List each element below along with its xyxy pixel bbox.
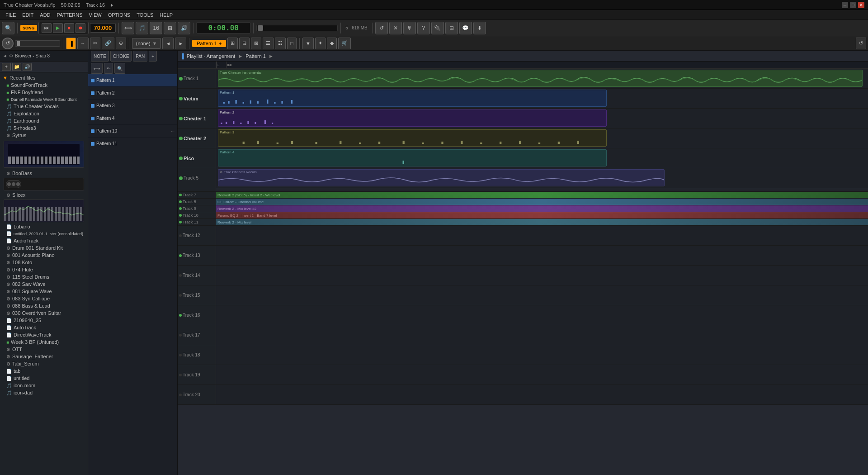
search-button[interactable]: 🔍 xyxy=(2,22,14,34)
sidebar-item-082saw[interactable]: ⚙ 082 Saw Wave xyxy=(0,280,88,288)
pattern-entry-10[interactable]: Pattern 10 ··· xyxy=(88,125,177,138)
sidebar-item-tabi[interactable]: 📄 tabi xyxy=(0,367,88,375)
mode-btn-4[interactable]: ⊞ xyxy=(164,22,176,34)
ch-choke-btn[interactable]: CHOKE xyxy=(110,51,132,62)
toolbar-settings[interactable]: ✕ xyxy=(389,22,402,34)
track-content-5[interactable]: ✕ True Cheater Vocals xyxy=(216,168,868,188)
playlist-tools-1[interactable]: ⊞ xyxy=(227,38,238,49)
toolbar-refresh[interactable]: ↺ xyxy=(375,22,388,34)
track-content-cheater2[interactable]: Pattern 3 xyxy=(216,128,868,148)
sidebar-item-lubario[interactable]: 📄 Lubario xyxy=(0,223,88,230)
track-content-20[interactable] xyxy=(216,385,868,404)
track-mute-11[interactable] xyxy=(179,221,182,223)
playlist-tools-5[interactable]: ☷ xyxy=(275,38,286,49)
track-content-cheater1[interactable]: Pattern 2 xyxy=(216,109,868,128)
menu-edit[interactable]: EDIT xyxy=(19,11,36,19)
sidebar-item-sytrus[interactable]: ⚙ Sytrus xyxy=(0,132,88,139)
track-content-14[interactable] xyxy=(216,266,868,285)
sidebar-item-115steel[interactable]: ⚙ 115 Steel Drums xyxy=(0,273,88,280)
track-mute-victim[interactable] xyxy=(179,97,183,100)
track-content-11[interactable]: Reeverb 2 - Mix level xyxy=(216,219,868,225)
minimize-button[interactable]: ─ xyxy=(842,2,848,8)
maximize-button[interactable]: □ xyxy=(850,2,856,8)
filter-btn[interactable]: ▼ xyxy=(302,38,314,49)
track-mute-5[interactable] xyxy=(179,176,183,180)
progress-bar[interactable] xyxy=(256,25,338,31)
sidebar-item-untitled-ster[interactable]: 📄 untitled_2023-01-1..ster (consolidated… xyxy=(0,230,88,237)
playlist-tools-6[interactable]: □ xyxy=(287,38,297,49)
track-content-8[interactable]: GF Chrom - Channel volume xyxy=(216,199,868,205)
track-content-9[interactable]: Reeverb 2 - Mix level #2 xyxy=(216,205,868,212)
pattern-prev[interactable]: ◄ xyxy=(162,38,174,49)
sidebar-item-2109640[interactable]: 📄 2109640_25 xyxy=(0,317,88,324)
pattern-entry-1[interactable]: Pattern 1 xyxy=(88,74,177,87)
track-content-pico[interactable]: Pattern 4 xyxy=(216,148,868,168)
menu-options[interactable]: OPTIONS xyxy=(105,11,133,19)
sidebar-item-081square[interactable]: ⚙ 081 Square Wave xyxy=(0,288,88,295)
playlist-tools-4[interactable]: ☰ xyxy=(263,38,274,49)
sidebar-item-soundfonttrack[interactable]: ■ SoundFontTrack xyxy=(0,81,88,89)
sidebar-item-week3[interactable]: ■ Week 3 BF (Untuned) xyxy=(0,338,88,346)
sidebar-item-directwave[interactable]: 📄 DirectWaveTrack xyxy=(0,331,88,338)
sidebar-item-fnf-boyfriend[interactable]: ■ FNF Boyfriend xyxy=(0,89,88,96)
menu-file[interactable]: FILE xyxy=(3,11,19,19)
browser-speaker-btn[interactable]: 🔊 xyxy=(23,63,32,71)
recent-section-header[interactable]: ▼ Recent files xyxy=(0,74,88,81)
play-button[interactable]: ▶ xyxy=(53,23,63,33)
sidebar-item-icon-mom[interactable]: 🎵 icon-mom xyxy=(0,382,88,389)
playlist-tools-2[interactable]: ⊟ xyxy=(239,38,250,49)
track-mute-10[interactable] xyxy=(179,214,182,217)
toolbar-chat[interactable]: 💬 xyxy=(459,22,472,34)
sidebar-item-ott[interactable]: ⚙ OTT xyxy=(0,346,88,353)
track-mute-pico[interactable] xyxy=(179,157,183,160)
refresh-btn[interactable]: ↺ xyxy=(856,38,866,49)
prev-button[interactable]: ⏮ xyxy=(42,23,52,33)
pattern-entry-4[interactable]: Pattern 4 xyxy=(88,112,177,125)
track-content-12[interactable] xyxy=(216,226,868,245)
toolbar-plugin[interactable]: 🔌 xyxy=(431,22,444,34)
toolbar-midi[interactable]: ⊟ xyxy=(445,22,458,34)
track-mute-7[interactable] xyxy=(179,194,182,196)
sidebar-item-5rhodes[interactable]: 🎵 5-rhodes3 xyxy=(0,124,88,132)
sidebar-item-088bass[interactable]: ⚙ 088 Bass & Lead xyxy=(0,302,88,309)
track-content-18[interactable] xyxy=(216,345,868,365)
song-label[interactable]: SONG xyxy=(20,25,37,31)
sidebar-item-boobass[interactable]: ⚙ BooBass xyxy=(0,170,88,177)
pattern-none-selector[interactable]: (none) ▼ xyxy=(132,38,161,49)
sidebar-item-sausage[interactable]: ⚙ Sausage_Fattener xyxy=(0,353,88,360)
ch-tools-2[interactable]: ✏ xyxy=(104,63,113,74)
toolbar-mic[interactable]: 🎙 xyxy=(403,22,416,34)
sidebar-item-083syn[interactable]: ⚙ 083 Syn Calliope xyxy=(0,295,88,302)
track-content-17[interactable] xyxy=(216,325,868,345)
sidebar-item-audiotrack[interactable]: 📄 AudioTrack xyxy=(0,237,88,244)
record-btn2[interactable]: 🛒 xyxy=(338,38,351,49)
sidebar-item-earthbound[interactable]: 🎵 Earthbound xyxy=(0,117,88,124)
track-content-19[interactable] xyxy=(216,365,868,385)
track-content-16[interactable] xyxy=(216,305,868,325)
sidebar-item-untitled[interactable]: 📄 untitled xyxy=(0,375,88,382)
track-mute-cheater1[interactable] xyxy=(179,117,183,120)
sidebar-item-true-cheater[interactable]: 🎵 True Cheater Vocals xyxy=(0,103,88,110)
record-button[interactable]: ⏺ xyxy=(75,23,85,33)
menu-patterns[interactable]: PATTERNS xyxy=(54,11,85,19)
ch-add-btn[interactable]: + xyxy=(149,51,157,62)
track-content-13[interactable] xyxy=(216,246,868,265)
close-button[interactable]: ✕ xyxy=(858,2,864,8)
track-content-7[interactable]: Reeverb 2 (Slot 5) - Insert 2 - Wet leve… xyxy=(216,192,868,198)
track-content-victim[interactable]: Pattern 1 xyxy=(216,89,868,108)
ch-tools-1[interactable]: ⟺ xyxy=(91,63,103,74)
browser-add-btn[interactable]: + xyxy=(2,63,11,71)
sidebar-item-108koto[interactable]: ⚙ 108 Koto xyxy=(0,259,88,266)
browser-folder-btn[interactable]: 📁 xyxy=(12,63,21,71)
zoom-tool[interactable]: ⊕ xyxy=(116,38,126,49)
ch-pan-btn[interactable]: PAN xyxy=(133,51,147,62)
draw-tool[interactable]: ▐ xyxy=(66,38,76,49)
bpm-display[interactable]: 70.000 xyxy=(90,23,116,33)
ch-tools-3[interactable]: 🔍 xyxy=(114,63,125,74)
mute-btn[interactable]: ✦ xyxy=(315,38,326,49)
menu-add[interactable]: ADD xyxy=(37,11,53,19)
pattern-entry-2[interactable]: Pattern 2 xyxy=(88,87,177,100)
track-content-1[interactable]: True Cheater instrumental xyxy=(216,69,868,88)
pattern-next[interactable]: ► xyxy=(175,38,186,49)
track-mute-9[interactable] xyxy=(179,207,182,210)
